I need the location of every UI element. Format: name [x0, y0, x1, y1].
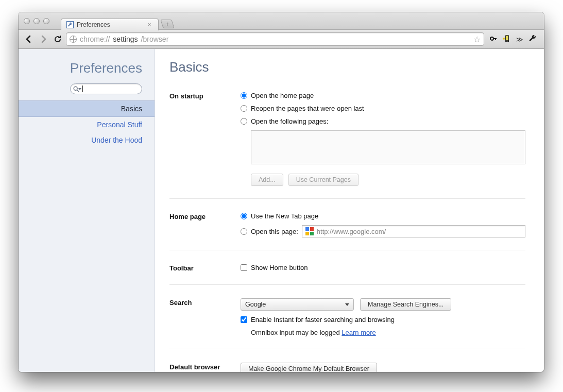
- chevron-down-icon: [78, 88, 81, 90]
- tab-strip: Preferences × +: [61, 12, 173, 30]
- sidebar-item-personal-stuff[interactable]: Personal Stuff: [19, 117, 155, 132]
- bookmark-star-icon[interactable]: ☆: [473, 35, 481, 44]
- startup-pages-listbox[interactable]: [251, 130, 525, 164]
- radio-label: Open this page:: [251, 228, 298, 235]
- select-value: Google: [245, 301, 266, 308]
- sidebar-title: Preferences: [19, 60, 155, 83]
- page-title: Basics: [169, 59, 525, 75]
- url-prefix: chrome://: [80, 35, 110, 43]
- tab-close-icon[interactable]: ×: [146, 21, 153, 28]
- section-search: Search Google Manage Search Engines... E…: [169, 295, 525, 349]
- svg-point-0: [490, 37, 493, 40]
- sidebar-nav: Basics Personal Stuff Under the Hood: [19, 100, 155, 148]
- sidebar-item-under-the-hood[interactable]: Under the Hood: [19, 132, 155, 148]
- startup-radio-home[interactable]: Open the home page: [241, 92, 525, 99]
- url-path: /browser: [141, 35, 169, 43]
- toolbar: chrome://settings/browser ☆ ≫: [19, 30, 544, 49]
- startup-radio-reopen[interactable]: Reopen the pages that were open last: [241, 105, 525, 112]
- learn-more-link[interactable]: Learn more: [342, 329, 376, 336]
- homepage-url-value: http://www.google.com/: [317, 228, 386, 235]
- svg-line-5: [77, 90, 79, 92]
- svg-point-3: [507, 41, 508, 42]
- browser-window: Preferences × + chrome://settings/browse…: [19, 12, 544, 372]
- sidebar-search-input[interactable]: [70, 83, 142, 94]
- section-homepage: Home page Use the New Tab page Open this…: [169, 209, 525, 250]
- toolbar-heading: Toolbar: [169, 264, 241, 272]
- make-default-browser-button[interactable]: Make Google Chrome My Default Browser: [241, 363, 377, 372]
- svg-point-4: [74, 87, 77, 90]
- checkbox-input[interactable]: [241, 316, 247, 323]
- window-minimize-button[interactable]: [33, 18, 40, 24]
- startup-radio-pages[interactable]: Open the following pages:: [241, 117, 525, 125]
- manage-search-engines-button[interactable]: Manage Search Engines...: [360, 298, 451, 311]
- text-cursor: [82, 86, 83, 92]
- default-browser-heading: Default browser: [169, 363, 241, 372]
- startup-add-button[interactable]: Add...: [251, 174, 283, 186]
- instant-checkbox[interactable]: Enable Instant for faster searching and …: [241, 316, 525, 323]
- homepage-radio-newtab[interactable]: Use the New Tab page: [241, 212, 525, 220]
- titlebar: Preferences × +: [19, 12, 544, 30]
- omnibox[interactable]: chrome://settings/browser ☆: [66, 32, 484, 46]
- radio-input[interactable]: [241, 228, 247, 235]
- main: Basics On startup Open the home page Reo…: [155, 49, 544, 372]
- window-zoom-button[interactable]: [43, 18, 49, 24]
- startup-heading: On startup: [169, 92, 241, 186]
- radio-label: Open the following pages:: [251, 117, 328, 125]
- radio-input[interactable]: [241, 92, 247, 99]
- homepage-url-input[interactable]: http://www.google.com/: [302, 225, 525, 237]
- new-tab-button[interactable]: +: [160, 20, 175, 28]
- startup-use-current-button[interactable]: Use Current Pages: [288, 174, 359, 186]
- forward-button[interactable]: [37, 33, 49, 45]
- homepage-heading: Home page: [169, 212, 241, 237]
- sidebar: Preferences Basics Personal Stuff Under …: [19, 49, 155, 372]
- reload-button[interactable]: [52, 33, 64, 45]
- search-heading: Search: [169, 298, 241, 336]
- instant-sub-text: Omnibox input may be logged: [251, 329, 340, 336]
- svg-rect-2: [506, 36, 508, 40]
- radio-label: Reopen the pages that were open last: [251, 105, 364, 112]
- instant-sublabel: Omnibox input may be logged Learn more: [251, 329, 525, 336]
- radio-input[interactable]: [241, 105, 247, 112]
- tab-title: Preferences: [77, 21, 110, 28]
- radio-input[interactable]: [241, 118, 247, 125]
- extension-key-icon[interactable]: [489, 35, 498, 44]
- tab-preferences[interactable]: Preferences ×: [61, 19, 159, 30]
- extension-icons: ≫: [486, 35, 540, 44]
- window-close-button[interactable]: [24, 18, 30, 24]
- search-engine-select[interactable]: Google: [241, 298, 354, 311]
- homepage-radio-openthis[interactable]: Open this page:: [241, 228, 298, 235]
- chevron-right-icon[interactable]: ≫: [516, 36, 523, 43]
- sidebar-item-basics[interactable]: Basics: [19, 100, 155, 117]
- back-button[interactable]: [23, 33, 35, 45]
- wrench-menu-icon[interactable]: [528, 35, 537, 44]
- chevron-down-icon: [345, 303, 349, 306]
- radio-label: Open the home page: [251, 92, 314, 99]
- radio-input[interactable]: [241, 213, 247, 219]
- window-controls: [19, 18, 49, 24]
- checkbox-label: Show Home button: [251, 264, 308, 271]
- toolbar-show-home-checkbox[interactable]: Show Home button: [241, 264, 525, 271]
- section-default-browser: Default browser Make Google Chrome My De…: [169, 360, 525, 372]
- section-startup: On startup Open the home page Reopen the…: [169, 89, 525, 199]
- checkbox-input[interactable]: [241, 264, 247, 271]
- wrench-icon: [66, 21, 74, 28]
- checkbox-label: Enable Instant for faster searching and …: [251, 316, 395, 323]
- globe-icon: [70, 36, 77, 43]
- radio-label: Use the New Tab page: [251, 212, 318, 220]
- url-host: settings: [113, 35, 138, 43]
- content: Preferences Basics Personal Stuff Under …: [19, 49, 544, 372]
- extension-phone-icon[interactable]: [503, 35, 511, 44]
- google-favicon-icon: [305, 227, 314, 235]
- section-toolbar: Toolbar Show Home button: [169, 261, 525, 285]
